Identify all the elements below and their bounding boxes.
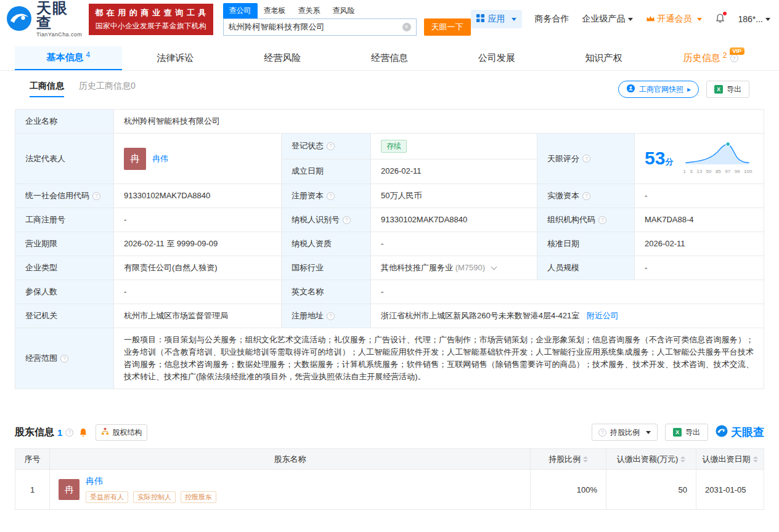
official-snapshot-button[interactable]: 工商官网快照 ▸ bbox=[618, 81, 699, 98]
nav-enterprise-products[interactable]: 企业级产品 bbox=[582, 14, 633, 25]
row-reg-authority: 登记机关 杭州市上城区市场监督管理局 注册地址? 浙江省杭州市上城区新风路260… bbox=[15, 304, 764, 328]
nav-open-vip[interactable]: 开通会员 bbox=[646, 14, 702, 25]
help-icon[interactable]: ? bbox=[327, 312, 335, 320]
page-content: 工商信息 历史工商信息0 工商官网快照 ▸ X 导出 企业名称 杭州羚柯智能科技… bbox=[0, 81, 779, 510]
sort-icon[interactable] bbox=[680, 456, 685, 462]
tab-company-development[interactable]: 公司发展 bbox=[443, 46, 550, 70]
shareholders-table-header: 序号 股东名称 持股比例 认缴出资额(万元) 认缴出资日期 bbox=[15, 449, 764, 470]
search-tab-relation[interactable]: 查关系 bbox=[292, 3, 327, 18]
caret-down-icon bbox=[697, 18, 702, 21]
tab-business-info[interactable]: 经营信息 bbox=[336, 46, 443, 70]
help-icon[interactable]: ? bbox=[582, 192, 590, 200]
taxpayer-quality-value: - bbox=[371, 232, 537, 256]
status-badge: 存续 bbox=[381, 140, 407, 153]
tag-controlling-shareholder[interactable]: 控股股东 bbox=[181, 491, 216, 503]
field-label: 登记机关 bbox=[15, 304, 114, 328]
shareholders-export-button[interactable]: X 导出 bbox=[665, 424, 708, 441]
tab-label: 经营风险 bbox=[264, 52, 301, 64]
legal-rep-cell: 冉 冉伟 bbox=[114, 134, 282, 184]
field-label: 注册资本? bbox=[282, 184, 371, 208]
subtab-business-registration[interactable]: 工商信息 bbox=[30, 81, 64, 97]
logo-text: 天眼查 bbox=[36, 1, 83, 30]
reg-address-value: 浙江省杭州市上城区新风路260号未来数智港4层4-421室 附近公司 bbox=[371, 304, 764, 328]
help-icon[interactable]: ? bbox=[60, 355, 68, 363]
insured-count-value: - bbox=[114, 280, 282, 304]
equity-structure-button[interactable]: 股权结构 bbox=[96, 424, 147, 441]
tab-history-info[interactable]: VIP 历史信息 2 ? bbox=[657, 46, 764, 70]
export-button[interactable]: X 导出 bbox=[706, 81, 749, 98]
shareholder-row: 1 冉 冉伟 受益所有人 实际控制人 控股股东 100% 50 2031-0 bbox=[15, 470, 764, 510]
legal-rep-avatar[interactable]: 冉 bbox=[124, 148, 146, 170]
score-cell: 53分 131350859799100 bbox=[635, 134, 764, 184]
notifications-bell[interactable] bbox=[715, 13, 725, 25]
score-unit: 分 bbox=[665, 157, 673, 166]
chevron-down-icon[interactable] bbox=[491, 264, 497, 270]
org-code-value: MAK7DA88-4 bbox=[635, 208, 764, 232]
establish-date-value: 2026-02-11 bbox=[371, 159, 537, 183]
help-icon[interactable]: ? bbox=[65, 429, 73, 437]
tab-legal-proceedings[interactable]: 法律诉讼 bbox=[122, 46, 229, 70]
clear-search-icon[interactable]: × bbox=[402, 23, 411, 31]
monitor-bell-icon[interactable] bbox=[78, 427, 88, 437]
tab-basic-info[interactable]: 基本信息 4 bbox=[15, 46, 122, 70]
column-header-sortable[interactable]: 持股比例 bbox=[531, 449, 606, 470]
nearby-companies-link[interactable]: 附近公司 bbox=[587, 311, 619, 320]
sort-icon[interactable] bbox=[753, 456, 758, 462]
score-chart-axis: 131350859799100 bbox=[683, 166, 752, 178]
search-input[interactable] bbox=[229, 22, 402, 31]
english-name-value: - bbox=[371, 280, 764, 304]
help-icon[interactable]: ? bbox=[327, 142, 335, 150]
field-label: 统一社会信用代码? bbox=[15, 184, 114, 208]
shareholder-avatar[interactable]: 冉 bbox=[59, 479, 80, 500]
apps-menu[interactable]: 应用 bbox=[471, 10, 522, 28]
tag-actual-controller[interactable]: 实际控制人 bbox=[133, 491, 176, 503]
column-header-sortable[interactable]: 认缴出资日期 bbox=[696, 449, 764, 470]
crown-icon bbox=[646, 14, 655, 24]
tianyancha-logo[interactable]: 天眼查 TianYanCha.com bbox=[6, 1, 83, 38]
help-icon[interactable]: ? bbox=[582, 155, 590, 163]
column-header: 序号 bbox=[15, 449, 50, 470]
search-button[interactable]: 天眼一下 bbox=[424, 18, 471, 36]
help-icon[interactable]: ? bbox=[730, 54, 738, 62]
industry-code: (M7590) bbox=[455, 263, 485, 272]
tab-label: 公司发展 bbox=[478, 52, 515, 64]
search-tab-boss[interactable]: 查老板 bbox=[258, 3, 292, 18]
tab-intellectual-property[interactable]: 知识产权 bbox=[550, 46, 658, 70]
search-box: × bbox=[223, 18, 417, 36]
sort-icon[interactable] bbox=[583, 456, 588, 462]
help-icon[interactable]: ? bbox=[92, 192, 100, 200]
ratio-filter-label: 持股比例 bbox=[610, 427, 640, 438]
nav-account-phone[interactable]: 186*... bbox=[738, 14, 770, 24]
tab-count: 4 bbox=[86, 50, 91, 59]
field-label: 纳税人资质 bbox=[282, 232, 371, 256]
reg-status-cell: 存续 bbox=[371, 134, 537, 159]
tag-beneficial-owner[interactable]: 受益所有人 bbox=[86, 491, 128, 503]
tab-operational-risk[interactable]: 经营风险 bbox=[229, 46, 336, 70]
search-tab-company[interactable]: 查公司 bbox=[223, 3, 258, 18]
snapshot-icon bbox=[626, 84, 635, 95]
tab-label: 经营信息 bbox=[371, 52, 408, 64]
watermark-label: 天眼查 bbox=[731, 425, 764, 440]
help-icon[interactable]: ? bbox=[327, 192, 335, 200]
column-header-sortable[interactable]: 认缴出资额(万元) bbox=[606, 449, 696, 470]
taxpayer-id-value: 91330102MAK7DA8840 bbox=[371, 208, 537, 232]
ratio-filter-dropdown[interactable]: ? 持股比例 bbox=[592, 424, 658, 441]
company-info-table: 企业名称 杭州羚柯智能科技有限公司 法定代表人 冉 冉伟 登记状态? 存续 天眼… bbox=[15, 109, 764, 389]
search-tab-risk[interactable]: 查风险 bbox=[327, 3, 361, 18]
help-icon[interactable]: ? bbox=[343, 216, 351, 224]
tianyancha-logo-icon bbox=[6, 6, 32, 33]
nav-business-cooperation[interactable]: 商务合作 bbox=[535, 14, 569, 25]
shareholder-name-cell: 冉 冉伟 受益所有人 实际控制人 控股股东 bbox=[50, 470, 531, 510]
tab-label: 知识产权 bbox=[585, 52, 622, 64]
row-index: 1 bbox=[15, 470, 50, 510]
caret-down-icon bbox=[646, 431, 651, 434]
equity-structure-label: 股权结构 bbox=[112, 427, 142, 438]
help-icon[interactable]: ? bbox=[598, 216, 606, 224]
row-credit-code: 统一社会信用代码? 91330102MAK7DA8840 注册资本? 50万人民… bbox=[15, 184, 764, 208]
caret-down-icon bbox=[628, 18, 633, 21]
field-label: 实缴资本? bbox=[537, 184, 635, 208]
subtab-history-registration[interactable]: 历史工商信息0 bbox=[79, 81, 136, 96]
company-name-value: 杭州羚柯智能科技有限公司 bbox=[114, 110, 764, 134]
legal-rep-link[interactable]: 冉伟 bbox=[152, 153, 168, 165]
shareholder-name-link[interactable]: 冉伟 bbox=[86, 476, 103, 486]
